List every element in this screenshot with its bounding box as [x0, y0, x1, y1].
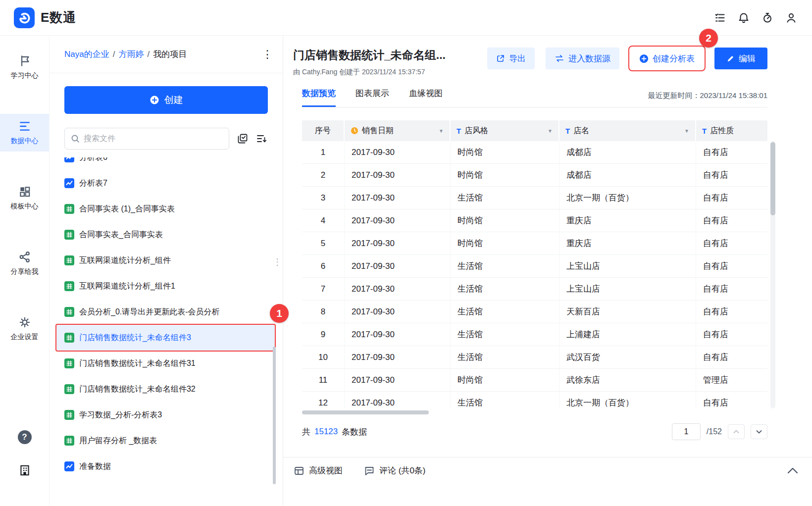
file-list-scrollbar[interactable] — [273, 347, 276, 484]
filter-dropdown-icon[interactable]: ▼ — [684, 128, 689, 134]
table-cell: 自有店 — [696, 346, 767, 368]
sidebar-item-data-center[interactable]: 数据中心 — [0, 114, 49, 152]
table-cell: 自有店 — [696, 164, 767, 186]
breadcrumb-user[interactable]: 方雨婷 — [118, 49, 144, 60]
edit-label: 编辑 — [739, 53, 756, 64]
table-cell: 自有店 — [696, 278, 767, 300]
search-input[interactable] — [84, 134, 223, 143]
file-item[interactable]: 合同事实表 (1)_合同事实表 — [56, 196, 275, 222]
advanced-view-button[interactable]: 高级视图 — [294, 465, 343, 476]
table-file-icon — [64, 410, 74, 420]
edit-button[interactable]: 编辑 — [714, 48, 767, 69]
export-label: 导出 — [509, 53, 526, 64]
table-cell: 上宝山店 — [559, 255, 696, 277]
enter-datasource-button[interactable]: 进入数据源 — [546, 48, 619, 69]
table-row: 62017-09-30生活馆上宝山店自有店 — [302, 255, 767, 278]
file-item[interactable]: 学习数据_分析-分析表3 — [56, 402, 275, 428]
total-count: 15123 — [314, 427, 338, 437]
tab-lineage-view[interactable]: 血缘视图 — [409, 88, 443, 107]
comment-bubble-icon — [364, 466, 374, 476]
task-list-icon[interactable] — [714, 12, 726, 24]
table-horizontal-scrollbar[interactable] — [302, 410, 429, 414]
panel-resize-handle[interactable]: ⋮ — [273, 257, 282, 266]
help-icon[interactable]: ? — [18, 430, 32, 444]
file-name: 会员分析_0.请导出并更新此表-会员分析 — [79, 307, 220, 317]
file-name: 合同事实表_合同事实表 — [79, 230, 163, 240]
file-item[interactable]: 门店销售数据统计_未命名组件32 — [56, 376, 275, 402]
file-item[interactable]: 门店销售数据统计_未命名组件31 — [56, 351, 275, 376]
table-vertical-scrollbar-thumb[interactable] — [770, 142, 775, 215]
sort-icon[interactable] — [256, 133, 268, 144]
tab-data-preview[interactable]: 数据预览 — [302, 88, 336, 107]
tab-bar: 数据预览 图表展示 血缘视图 最近更新时间：2023/11/24 15:38:0… — [302, 85, 767, 107]
more-options-icon[interactable]: ⋮ — [262, 49, 273, 60]
file-name: 门店销售数据统计_未命名组件31 — [79, 358, 196, 369]
table-body: 12017-09-30时尚馆成都店自有店22017-09-30时尚馆成都店自有店… — [302, 141, 767, 408]
edit-pencil-icon — [726, 54, 735, 63]
advanced-view-label: 高级视图 — [309, 465, 343, 476]
file-item[interactable]: 分析表7 — [56, 170, 275, 196]
page-up-button[interactable] — [728, 424, 745, 439]
table-cell: 时尚馆 — [451, 164, 559, 186]
enter-datasource-label: 进入数据源 — [568, 53, 610, 64]
annotation-badge-1: 1 — [270, 304, 289, 323]
table-cell: 生活馆 — [451, 278, 559, 300]
sidebar-item-learning-center[interactable]: 学习中心 — [0, 49, 49, 86]
chart-file-icon — [64, 157, 74, 162]
file-item[interactable]: 合同事实表_合同事实表 — [56, 222, 275, 248]
comments-button[interactable]: 评论 (共0条) — [364, 465, 426, 476]
file-name: 分析表7 — [79, 178, 107, 189]
table-row: 92017-09-30生活馆上浦建店自有店 — [302, 323, 767, 346]
breadcrumb-org[interactable]: Naya的企业 — [64, 49, 109, 60]
file-item[interactable]: 门店销售数据统计_未命名组件3 — [56, 325, 275, 351]
plus-circle-icon — [639, 54, 649, 63]
table-vertical-scrollbar[interactable] — [770, 141, 775, 408]
org-building-icon[interactable] — [18, 464, 31, 477]
create-button-label: 创建 — [164, 94, 183, 106]
table-cell: 生活馆 — [451, 346, 559, 368]
column-label: 店名 — [573, 126, 589, 136]
filter-dropdown-icon[interactable]: ▼ — [439, 128, 444, 134]
page-number-input[interactable] — [672, 423, 701, 440]
breadcrumb: Naya的企业 / 方雨婷 / 我的项目 ⋮ — [50, 36, 283, 73]
table-cell: 2017-09-30 — [345, 369, 451, 391]
timer-icon[interactable] — [761, 12, 773, 24]
user-profile-icon[interactable] — [785, 12, 797, 24]
create-button[interactable]: 创建 — [64, 86, 268, 114]
sidebar-item-enterprise-settings[interactable]: 企业设置 — [0, 310, 49, 348]
create-analysis-table-button[interactable]: 创建分析表 — [630, 48, 704, 69]
data-center-icon — [18, 120, 31, 133]
table-cell: 生活馆 — [451, 392, 559, 408]
table-cell: 重庆店 — [559, 209, 696, 232]
table-cell: 生活馆 — [451, 187, 559, 209]
sidebar-item-template-center[interactable]: 模板中心 — [0, 179, 49, 217]
file-item[interactable]: 互联网渠道统计分析_组件1 — [56, 273, 275, 299]
page-down-button[interactable] — [751, 424, 767, 439]
file-name: 门店销售数据统计_未命名组件32 — [79, 384, 196, 395]
tab-chart-display[interactable]: 图表展示 — [355, 88, 389, 107]
table-cell: 自有店 — [696, 323, 767, 346]
table-cell: 2017-09-30 — [345, 392, 451, 408]
table-cell: 自有店 — [696, 141, 767, 163]
file-item[interactable]: 互联网渠道统计分析_组件 — [56, 248, 275, 273]
table-cell: 自有店 — [696, 301, 767, 323]
table-cell: 成都店 — [559, 141, 696, 163]
search-box[interactable] — [64, 128, 229, 150]
multi-select-icon[interactable] — [237, 133, 248, 144]
table-cell: 8 — [302, 301, 345, 323]
search-icon — [71, 134, 80, 143]
table-row: 82017-09-30生活馆天新百店自有店 — [302, 301, 767, 323]
file-item[interactable]: 会员分析_0.请导出并更新此表-会员分析 — [56, 299, 275, 325]
notification-bell-icon[interactable] — [738, 12, 750, 24]
collapse-panel-icon[interactable] — [787, 467, 798, 474]
table-cell: 2017-09-30 — [345, 187, 451, 209]
filter-dropdown-icon[interactable]: ▼ — [548, 128, 553, 134]
file-item[interactable]: 准备数据 — [56, 454, 275, 479]
gear-icon — [18, 316, 31, 329]
plus-circle-icon — [150, 95, 159, 105]
file-item[interactable]: 用户留存分析 _数据表 — [56, 428, 275, 454]
file-item[interactable]: 分析表6 — [56, 157, 275, 170]
export-button[interactable]: 导出 — [487, 48, 535, 69]
column-header: 序号 — [302, 120, 345, 141]
sidebar-item-shared-with-me[interactable]: 分享给我 — [0, 245, 49, 282]
